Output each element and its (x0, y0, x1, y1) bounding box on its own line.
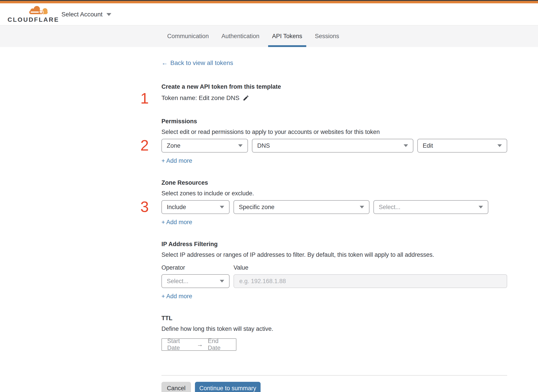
step-number-3: 3 (140, 199, 149, 214)
permission-access-select[interactable]: Edit (417, 139, 507, 153)
tab-api-tokens[interactable]: API Tokens (272, 25, 302, 47)
cloudflare-wordmark: CLOUDFLARE (8, 16, 59, 23)
edit-pencil-icon[interactable] (243, 95, 249, 101)
step-number-1: 1 (140, 91, 149, 106)
end-date-placeholder: End Date (208, 338, 231, 351)
app-header: CLOUDFLARE Select Account (0, 3, 538, 25)
cloudflare-cloud-icon (27, 5, 50, 17)
tab-bar: Communication Authentication API Tokens … (0, 25, 538, 47)
account-selector[interactable]: Select Account (61, 3, 111, 25)
section-ttl: TTL Define how long this token will stay… (161, 314, 507, 351)
section-token-template: 1 Create a new API token from this templ… (161, 83, 507, 102)
token-form: ← Back to view all tokens 1 Create a new… (161, 47, 507, 392)
zone-resources-description: Select zones to include or exclude. (161, 190, 507, 197)
ip-filtering-add-more-link[interactable]: + Add more (161, 293, 192, 300)
back-arrow-icon: ← (161, 59, 168, 66)
chevron-down-icon (497, 144, 502, 147)
chevron-down-icon (238, 144, 243, 147)
tab-sessions[interactable]: Sessions (315, 25, 339, 47)
ip-value-input[interactable] (234, 274, 507, 288)
chevron-down-icon (360, 206, 364, 208)
section-heading-ip-filtering: IP Address Filtering (161, 240, 507, 248)
cancel-button[interactable]: Cancel (161, 382, 191, 392)
chevron-down-icon (479, 206, 483, 208)
permission-resource-select[interactable]: DNS (252, 139, 413, 153)
permissions-description: Select edit or read permissions to apply… (161, 128, 507, 136)
chevron-down-icon (107, 13, 111, 16)
account-selector-label: Select Account (61, 11, 103, 18)
section-zone-resources: 3 Zone Resources Select zones to include… (161, 179, 507, 226)
step-number-2: 2 (140, 138, 149, 153)
permission-scope-select[interactable]: Zone (161, 139, 248, 153)
zone-mode-select[interactable]: Include (161, 200, 229, 214)
tab-authentication[interactable]: Authentication (222, 25, 259, 47)
back-link-label: Back to view all tokens (170, 59, 233, 66)
ttl-description: Define how long this token will stay act… (161, 325, 507, 333)
section-permissions: 2 Permissions Select edit or read permis… (161, 117, 507, 164)
tab-communication[interactable]: Communication (167, 25, 209, 47)
zone-type-select[interactable]: Specific zone (234, 200, 370, 214)
chevron-down-icon (404, 144, 408, 147)
section-heading-ttl: TTL (161, 314, 507, 322)
continue-button[interactable]: Continue to summary (195, 382, 261, 392)
active-tab-underline (268, 45, 306, 47)
section-heading-zone-resources: Zone Resources (161, 179, 507, 187)
date-range-picker[interactable]: Start Date → End Date (161, 338, 236, 351)
start-date-placeholder: Start Date (167, 338, 192, 351)
zone-resources-add-more-link[interactable]: + Add more (161, 219, 192, 226)
footer-divider (161, 375, 507, 376)
zone-value-select[interactable]: Select... (374, 200, 488, 214)
back-link[interactable]: ← Back to view all tokens (161, 59, 233, 66)
permissions-add-more-link[interactable]: + Add more (161, 157, 192, 164)
brand-orange-stripe (0, 1, 538, 3)
section-ip-filtering: IP Address Filtering Select IP addresses… (161, 240, 507, 300)
arrow-right-icon: → (197, 341, 203, 348)
token-name-label: Token name: Edit zone DNS (161, 94, 239, 102)
form-footer: Cancel Continue to summary (161, 375, 507, 392)
operator-label: Operator (161, 264, 234, 271)
page-title: Create a new API token from this templat… (161, 83, 507, 90)
operator-select[interactable]: Select... (161, 274, 229, 288)
ip-filtering-description: Select IP addresses or ranges of IP addr… (161, 251, 507, 258)
cloudflare-logo[interactable]: CLOUDFLARE (8, 3, 52, 25)
value-label: Value (234, 264, 248, 271)
chevron-down-icon (220, 206, 224, 208)
chevron-down-icon (220, 280, 224, 282)
section-heading-permissions: Permissions (161, 117, 507, 125)
